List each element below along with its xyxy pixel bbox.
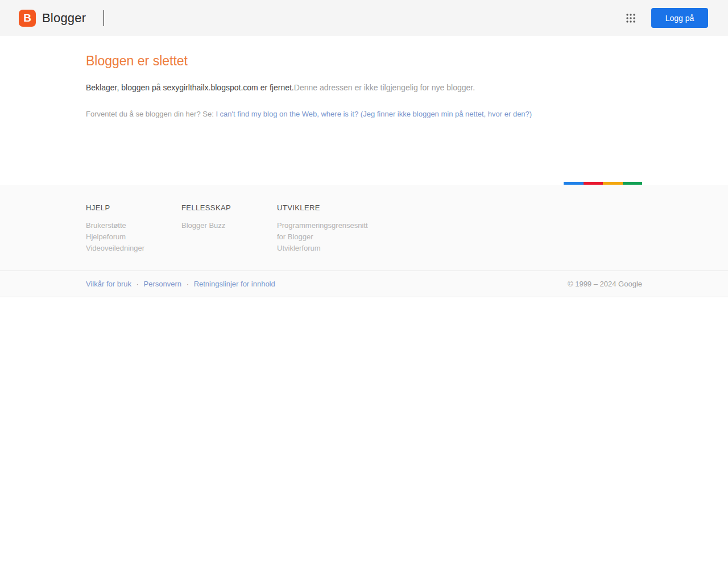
accent-segment-yellow: [603, 182, 623, 185]
deleted-message: Beklager, bloggen på sexygirlthailx.blog…: [86, 83, 642, 92]
header-divider: [104, 10, 104, 26]
content-policy-link[interactable]: Retningslinjer for innhold: [194, 280, 275, 288]
blogger-logo-letter: B: [23, 13, 31, 23]
deleted-message-secondary: Denne adressen er ikke tilgjengelig for …: [294, 83, 475, 92]
privacy-link[interactable]: Personvern: [144, 280, 181, 288]
footer-column-developers: UTVIKLERE Programmeringsgrensesnitt for …: [277, 203, 373, 254]
google-accent-bar: [564, 182, 642, 185]
deleted-message-primary: Beklager, bloggen på sexygirlthailx.blog…: [86, 83, 294, 92]
accent-segment-red: [584, 182, 603, 185]
page-title: Bloggen er slettet: [86, 53, 642, 69]
apps-grid-icon[interactable]: [625, 13, 636, 24]
footer-heading-developers: UTVIKLERE: [277, 203, 373, 213]
signin-button[interactable]: Logg på: [651, 8, 708, 28]
footer-main: HJELP Brukerstøtte Hjelpeforum Videoveil…: [0, 185, 728, 271]
footer-link-api[interactable]: Programmeringsgrensesnitt for Blogger: [277, 220, 373, 243]
legal-links: Vilkår for bruk · Personvern · Retningsl…: [86, 280, 275, 288]
footer-link-videoveiledninger[interactable]: Videoveiledninger: [86, 243, 181, 254]
accent-segment-green: [623, 182, 643, 185]
footer-heading-help: HJELP: [86, 203, 181, 213]
page-footer: HJELP Brukerstøtte Hjelpeforum Videoveil…: [0, 185, 728, 297]
footer-bottom-bar: Vilkår for bruk · Personvern · Retningsl…: [0, 271, 728, 297]
terms-link[interactable]: Vilkår for bruk: [86, 280, 131, 288]
legal-separator: ·: [187, 280, 189, 288]
footer-link-blogger-buzz[interactable]: Blogger Buzz: [181, 220, 277, 231]
blogger-logo-icon: B: [19, 10, 36, 27]
app-header: B Blogger Logg på: [0, 0, 728, 36]
blogger-wordmark: Blogger: [42, 11, 86, 26]
copyright-notice: © 1999 – 2024 Google: [568, 280, 642, 288]
footer-link-utviklerforum[interactable]: Utviklerforum: [277, 243, 373, 254]
footer-heading-community: FELLESSKAP: [181, 203, 277, 213]
help-link[interactable]: I can't find my blog on the Web, where i…: [216, 110, 532, 118]
footer-column-help: HJELP Brukerstøtte Hjelpeforum Videoveil…: [86, 203, 181, 254]
footer-column-community: FELLESSKAP Blogger Buzz: [181, 203, 277, 254]
footer-link-hjelpeforum[interactable]: Hjelpeforum: [86, 231, 181, 243]
help-row: Forventet du å se bloggen din her? Se: I…: [86, 110, 642, 118]
main-content: Bloggen er slettet Beklager, bloggen på …: [0, 36, 728, 182]
legal-separator: ·: [136, 280, 139, 288]
blogger-home-link[interactable]: B Blogger: [19, 10, 86, 27]
accent-segment-blue: [564, 182, 584, 185]
help-prompt: Forventet du å se bloggen din her? Se:: [86, 110, 214, 118]
footer-link-brukerstotte[interactable]: Brukerstøtte: [86, 220, 181, 231]
